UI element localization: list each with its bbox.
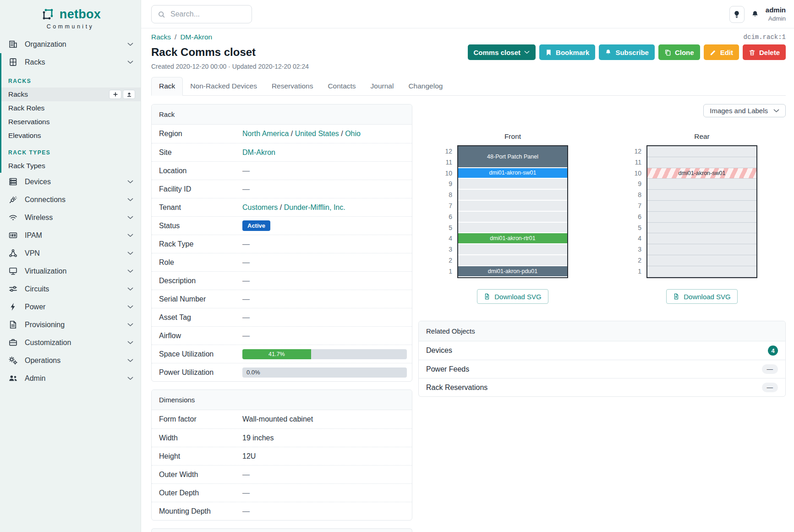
sidebar-item-racks[interactable]: Racks: [0, 53, 141, 71]
rear-rack-diagram: dmi01-akron-sw01: [646, 145, 757, 278]
edit-button-label: Edit: [720, 49, 733, 56]
tab-contacts[interactable]: Contacts: [320, 77, 363, 95]
sidebar-item-admin[interactable]: Admin: [0, 369, 141, 387]
add-rack-button[interactable]: [109, 90, 121, 99]
sidebar-subitem-reservations[interactable]: Reservations: [0, 115, 141, 129]
sidebar-item-organization[interactable]: Organization: [0, 35, 141, 53]
empty-value: —: [242, 185, 250, 193]
import-racks-button[interactable]: [123, 90, 135, 99]
link-north-america[interactable]: North America: [242, 130, 289, 138]
related-row-power-feeds[interactable]: Power Feeds—: [419, 360, 785, 378]
related-row-rack-reservations[interactable]: Rack Reservations—: [419, 378, 785, 396]
download-svg-rear-button[interactable]: Download SVG: [666, 289, 738, 304]
sidebar-subitem-racks[interactable]: Racks: [0, 88, 141, 101]
rack-unit-empty: [647, 190, 756, 201]
field-row-description: Description—: [152, 271, 412, 290]
unit-number-2: 2: [438, 255, 452, 266]
rack-elevations: Front 121110987654321 48-Port Patch Pane…: [418, 132, 786, 304]
rack-device-dmi01-akron-sw01[interactable]: dmi01-akron-sw01: [458, 168, 567, 179]
clone-button[interactable]: Clone: [658, 44, 700, 60]
text-value: Wall-mounted cabinet: [242, 415, 313, 423]
rack-unit-empty: [647, 212, 756, 223]
tab-journal[interactable]: Journal: [363, 77, 401, 95]
chevron-down-icon: [127, 60, 133, 64]
delete-button[interactable]: Delete: [743, 44, 786, 60]
empty-value: —: [242, 258, 250, 267]
chevron-down-icon: [127, 269, 133, 273]
empty-value: —: [242, 471, 250, 479]
unit-number-9: 9: [628, 179, 641, 190]
rack-device-48-port-patch-panel[interactable]: 48-Port Patch Panel: [458, 146, 567, 168]
elevation-view-select[interactable]: Images and Labels: [703, 104, 786, 117]
notifications-button[interactable]: [751, 10, 759, 18]
sidebar-item-label: Power: [25, 303, 45, 311]
tab-reservations[interactable]: Reservations: [264, 77, 320, 95]
sidebar-item-circuits[interactable]: Circuits: [0, 280, 141, 298]
rack-unit-empty: [647, 266, 756, 277]
theme-toggle-button[interactable]: [729, 6, 745, 23]
front-elevation: Front 121110987654321 48-Port Patch Pane…: [438, 132, 568, 304]
download-svg-front-button[interactable]: Download SVG: [477, 289, 548, 304]
breadcrumb-link-dm-akron[interactable]: DM-Akron: [180, 33, 212, 41]
sidebar-item-ipam[interactable]: IPAM: [0, 226, 141, 244]
field-row-region: RegionNorth America / United States / Oh…: [152, 125, 412, 143]
tab-non-racked-devices[interactable]: Non-Racked Devices: [183, 77, 264, 95]
bell-icon: [751, 10, 759, 18]
sidebar-item-wireless[interactable]: Wireless: [0, 208, 141, 226]
rack-device-dmi01-akron-rtr01[interactable]: dmi01-akron-rtr01: [458, 233, 567, 244]
link-ohio[interactable]: Ohio: [345, 130, 361, 138]
unit-number-7: 7: [438, 201, 452, 212]
netbox-logo-icon: [40, 6, 55, 22]
bookmark-button[interactable]: Bookmark: [539, 44, 595, 60]
sidebar-subitem-rack-types[interactable]: Rack Types: [0, 159, 141, 173]
subscribe-button[interactable]: Subscribe: [599, 44, 655, 60]
sidebar-item-customization[interactable]: Customization: [0, 334, 141, 351]
related-row-devices[interactable]: Devices4: [419, 341, 785, 360]
chevron-down-icon: [127, 287, 133, 291]
field-label: Mounting Depth: [159, 507, 242, 516]
plus-icon: [113, 92, 118, 97]
sidebar-item-devices[interactable]: Devices: [0, 173, 141, 191]
link-united-states[interactable]: United States: [295, 130, 339, 138]
user-area: admin Admin: [729, 0, 786, 28]
sidebar-item-vpn[interactable]: VPN: [0, 244, 141, 262]
field-label: Height: [159, 452, 242, 461]
field-label: Airflow: [159, 332, 242, 340]
rack-unit-empty: [647, 223, 756, 234]
sidebar-item-power[interactable]: Power: [0, 298, 141, 316]
breadcrumb-link-racks[interactable]: Racks: [151, 33, 171, 41]
building-icon: [8, 39, 18, 49]
user-menu[interactable]: admin Admin: [766, 5, 786, 22]
field-value: Wall-mounted cabinet: [242, 415, 313, 423]
rack-device-dmi01-akron-pdu01[interactable]: dmi01-akron-pdu01: [458, 266, 567, 277]
unit-number-11: 11: [438, 157, 452, 168]
field-value: —: [242, 295, 250, 303]
link-dunder-mifflin-inc[interactable]: Dunder-Mifflin, Inc.: [284, 203, 345, 212]
sidebar-item-connections[interactable]: Connections: [0, 191, 141, 208]
created-updated-meta: Created 2020-12-20 00:00 · Updated 2020-…: [151, 63, 786, 70]
link-dm-akron[interactable]: DM-Akron: [242, 148, 275, 157]
field-value: —: [242, 240, 250, 248]
search-input[interactable]: Search...: [151, 5, 252, 23]
field-value: —: [242, 507, 250, 516]
netbox-logo[interactable]: netbox: [0, 0, 141, 22]
tab-rack[interactable]: Rack: [151, 77, 183, 96]
field-row-asset-tag: Asset Tag—: [152, 308, 412, 326]
sidebar-subitem-rack-roles[interactable]: Rack Roles: [0, 101, 141, 115]
sidebar-item-virtualization[interactable]: Virtualization: [0, 262, 141, 280]
unit-number-10: 10: [628, 168, 641, 179]
sidebar-item-label: VPN: [25, 249, 40, 258]
rack-device-dmi01-akron-sw01[interactable]: dmi01-akron-sw01: [647, 168, 756, 179]
sidebar-item-provisioning[interactable]: Provisioning: [0, 316, 141, 334]
link-customers[interactable]: Customers: [242, 203, 278, 212]
empty-value: —: [242, 507, 250, 516]
tab-changelog[interactable]: Changelog: [401, 77, 450, 95]
dimensions-panel-body: Form factorWall-mounted cabinetWidth19 i…: [152, 410, 412, 520]
edit-button[interactable]: Edit: [704, 44, 739, 60]
sidebar-item-operations[interactable]: Operations: [0, 351, 141, 369]
comms-closet-dropdown[interactable]: Comms closet: [468, 44, 536, 60]
related-label: Devices: [426, 346, 452, 355]
field-value: —: [242, 332, 250, 340]
field-row-form-factor: Form factorWall-mounted cabinet: [152, 410, 412, 428]
sidebar-subitem-elevations[interactable]: Elevations: [0, 129, 141, 143]
